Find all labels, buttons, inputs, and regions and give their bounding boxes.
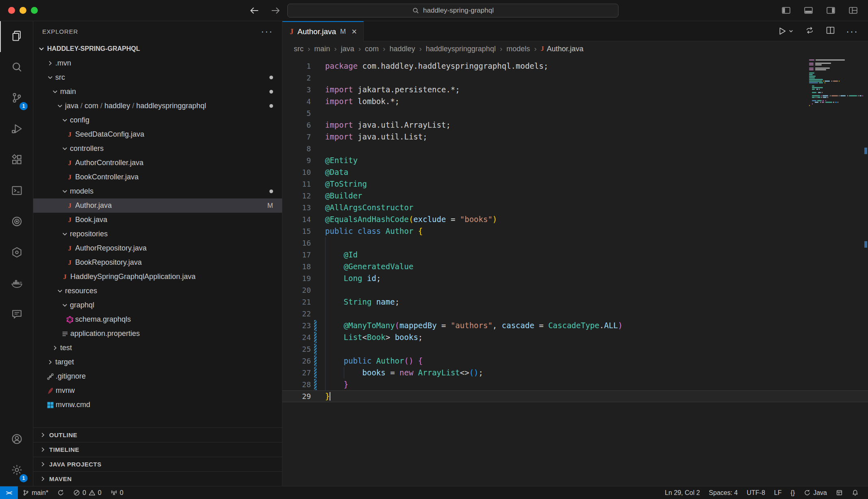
tree-folder-config[interactable]: config [33, 113, 282, 127]
command-center-search[interactable]: haddley-spring-graphql [287, 4, 618, 17]
split-editor-icon[interactable] [825, 25, 835, 37]
tab-author-java[interactable]: J Author.java M × [282, 21, 364, 41]
tree-folder-resources[interactable]: resources [33, 284, 282, 298]
activity-hexagon-button[interactable] [0, 238, 33, 268]
breadcrumb-item-models[interactable]: models [506, 45, 530, 53]
sidebar-section-maven[interactable]: MAVEN [33, 471, 282, 486]
tree-file-bookcontroller-java[interactable]: JBookController.java [33, 170, 282, 184]
encoding-status[interactable]: UTF-8 [742, 486, 770, 499]
code-line-1[interactable]: 1package com.haddley.haddleyspringgraphq… [282, 60, 868, 72]
code-line-15[interactable]: 15public class Author { [282, 225, 868, 237]
close-window-button[interactable] [8, 7, 15, 14]
eol-status[interactable]: LF [770, 486, 786, 499]
breadcrumb-item-java[interactable]: java [341, 45, 354, 53]
code-line-7[interactable]: 7import java.util.List; [282, 131, 868, 143]
tree-file-haddleyspringgraphqlapplication-java[interactable]: JHaddleySpringGraphqlApplication.java [33, 270, 282, 284]
code-line-21[interactable]: 21 String name; [282, 296, 868, 308]
breadcrumb-item-src[interactable]: src [294, 45, 304, 53]
toggle-panel-icon[interactable] [803, 5, 814, 17]
tree-file-gitignore[interactable]: .gitignore [33, 369, 282, 384]
tree-file-book-java[interactable]: JBook.java [33, 213, 282, 227]
tree-file-mvnw-cmd[interactable]: mvnw.cmd [33, 398, 282, 412]
breadcrumb-item-haddleyspringgraphql[interactable]: haddleyspringgraphql [426, 45, 496, 53]
breadcrumb-item-haddley[interactable]: haddley [389, 45, 415, 53]
activity-chat-button[interactable] [0, 299, 33, 330]
sync-changes-button[interactable] [53, 486, 69, 499]
code-line-29[interactable]: 29} [282, 390, 868, 402]
code-line-25[interactable]: 25 [282, 343, 868, 355]
activity-extensions-button[interactable] [0, 145, 33, 176]
code-line-18[interactable]: 18 @GeneratedValue [282, 261, 868, 272]
code-line-19[interactable]: 19 Long id; [282, 272, 868, 284]
code-line-23[interactable]: 23 @ManyToMany(mappedBy = "authors", cas… [282, 320, 868, 331]
tree-folder-mvn[interactable]: .mvn [33, 56, 282, 70]
activity-settings-button[interactable]: 1 [0, 455, 33, 486]
sidebar-section-outline[interactable]: OUTLINE [33, 427, 282, 442]
tree-file-seeddataconfig-java[interactable]: JSeedDataConfig.java [33, 127, 282, 142]
toggle-secondary-sidebar-icon[interactable] [826, 5, 836, 17]
code-editor[interactable]: 1package com.haddley.haddleyspringgraphq… [282, 60, 868, 402]
run-java-button[interactable] [777, 26, 794, 36]
tree-folder-test[interactable]: test [33, 341, 282, 355]
code-line-6[interactable]: 6import java.util.ArrayList; [282, 119, 868, 131]
zoom-window-button[interactable] [31, 7, 38, 14]
code-line-27[interactable]: 27 books = new ArrayList<>(); [282, 367, 868, 379]
tree-file-schema-graphqls[interactable]: schema.graphqls [33, 312, 282, 327]
code-line-9[interactable]: 9@Entity [282, 155, 868, 166]
activity-terminal-button[interactable] [0, 176, 33, 207]
breadcrumb-item-main[interactable]: main [314, 45, 330, 53]
code-line-8[interactable]: 8 [282, 143, 868, 155]
go-back-button[interactable] [249, 5, 260, 18]
code-line-14[interactable]: 14@EqualsAndHashCode(exclude = "books") [282, 214, 868, 225]
code-line-24[interactable]: 24 List<Book> books; [282, 331, 868, 343]
code-line-26[interactable]: 26 public Author() { [282, 355, 868, 367]
code-line-13[interactable]: 13@AllArgsConstructor [282, 202, 868, 214]
code-line-17[interactable]: 17 @Id [282, 249, 868, 261]
close-tab-icon[interactable]: × [352, 26, 357, 37]
breadcrumb-item-author-java[interactable]: JAuthor.java [541, 45, 584, 53]
tree-file-author-java[interactable]: JAuthor.javaM [33, 198, 282, 213]
code-line-4[interactable]: 4import lombok.*; [282, 96, 868, 107]
cursor-position-status[interactable]: Ln 29, Col 2 [660, 486, 704, 499]
more-actions-icon[interactable]: ··· [846, 26, 858, 37]
remote-indicator[interactable]: >< [0, 486, 18, 499]
activity-run-debug-button[interactable] [0, 114, 33, 145]
tree-folder-controllers[interactable]: controllers [33, 142, 282, 156]
activity-accounts-button[interactable] [0, 424, 33, 455]
tree-folder-src[interactable]: src [33, 70, 282, 85]
layout-status[interactable] [831, 486, 847, 499]
tree-folder-target[interactable]: target [33, 355, 282, 369]
code-line-16[interactable]: 16 [282, 237, 868, 249]
tree-file-mvnw[interactable]: mvnw [33, 384, 282, 398]
code-line-20[interactable]: 20 [282, 284, 868, 296]
notifications-button[interactable] [847, 486, 863, 499]
tree-file-authorcontroller-java[interactable]: JAuthorController.java [33, 156, 282, 170]
sidebar-section-timeline[interactable]: TIMELINE [33, 442, 282, 457]
code-line-11[interactable]: 11@ToString [282, 178, 868, 190]
language-status[interactable]: Java [799, 486, 831, 499]
code-line-12[interactable]: 12@Builder [282, 190, 868, 202]
go-forward-button[interactable] [270, 5, 281, 18]
activity-search-button[interactable] [0, 52, 33, 83]
code-line-5[interactable]: 5 [282, 107, 868, 119]
tree-file-bookrepository-java[interactable]: JBookRepository.java [33, 255, 282, 270]
tree-folder-java-com-haddley-haddleyspringgraphql[interactable]: java/com/haddley/haddleyspringgraphql [33, 99, 282, 113]
ports-status[interactable]: 0 [106, 486, 128, 499]
activity-bullseye-button[interactable] [0, 207, 33, 238]
activity-source-control-button[interactable]: 1 [0, 83, 33, 114]
tree-folder-models[interactable]: models [33, 184, 282, 198]
activity-docker-button[interactable] [0, 268, 33, 299]
code-line-22[interactable]: 22 [282, 308, 868, 320]
tree-folder-main[interactable]: main [33, 85, 282, 99]
open-changes-icon[interactable] [805, 25, 815, 37]
tree-file-authorrepository-java[interactable]: JAuthorRepository.java [33, 241, 282, 255]
problems-status[interactable]: 0 0 [69, 486, 106, 499]
tree-folder-graphql[interactable]: graphql [33, 298, 282, 312]
explorer-more-actions-icon[interactable]: ··· [261, 26, 273, 37]
breadcrumb-item-com[interactable]: com [365, 45, 379, 53]
code-line-10[interactable]: 10@Data [282, 166, 868, 178]
code-line-3[interactable]: 3import jakarta.persistence.*; [282, 84, 868, 96]
toggle-primary-sidebar-icon[interactable] [781, 5, 791, 17]
customize-layout-icon[interactable] [848, 5, 858, 17]
minimize-window-button[interactable] [20, 7, 26, 14]
